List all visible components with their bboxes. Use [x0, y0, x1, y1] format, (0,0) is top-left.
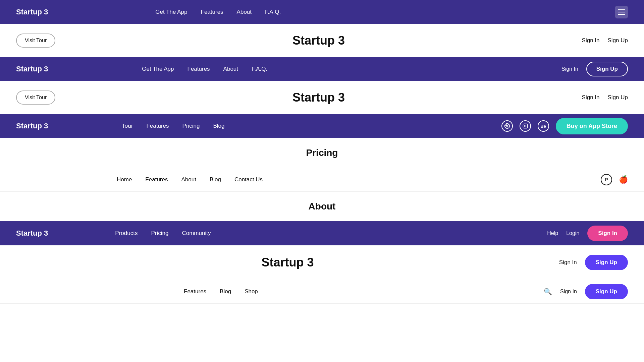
navbar-2-brand: Startup 3 [16, 65, 48, 73]
nav-5-item-0[interactable]: Products [115, 230, 138, 237]
nav-1-item-1[interactable]: Features [201, 9, 223, 15]
about-label: About [309, 201, 336, 212]
content-strip-2: Visit Tour Startup 3 Sign In Sign Up [0, 81, 644, 114]
nav-3-item-1[interactable]: Features [146, 123, 169, 129]
strip-2-actions: Sign In Sign Up [582, 94, 628, 101]
navbar-2-sign-up[interactable]: Sign Up [586, 62, 628, 76]
pricing-label: Pricing [306, 147, 338, 158]
navbar-3: Startup 3 Tour Features Pricing Blog Bē … [0, 114, 644, 138]
navbar-1-actions [615, 6, 628, 18]
navbar-2-actions: Sign In Sign Up [561, 62, 628, 76]
navbar-6: Features Blog Shop 🔍 Sign In Sign Up [0, 280, 644, 304]
nav-4-item-3[interactable]: Blog [210, 176, 221, 183]
strip-2-sign-in[interactable]: Sign In [582, 94, 600, 101]
navbar-2-sign-in[interactable]: Sign In [561, 66, 578, 72]
content-strip-4: About [0, 192, 644, 221]
navbar-6-nav: Features Blog Shop [184, 288, 258, 295]
strip-5-title: Startup 3 [261, 255, 314, 269]
nav-4-item-4[interactable]: Contact Us [234, 176, 263, 183]
nav-6-item-1[interactable]: Blog [220, 288, 231, 295]
svg-rect-1 [523, 124, 527, 128]
navbar-2-nav: Get The App Features About F.A.Q. [142, 66, 267, 72]
instagram-icon[interactable] [520, 120, 531, 132]
strip-1-sign-in[interactable]: Sign In [582, 37, 600, 44]
strip-2-title: Startup 3 [292, 90, 345, 105]
nav-1-item-3[interactable]: F.A.Q. [265, 9, 281, 15]
strip-1-actions: Sign In Sign Up [582, 37, 628, 44]
strip-1-title: Startup 3 [292, 34, 345, 48]
content-strip-5: Startup 3 Sign In Sign Up [0, 245, 644, 280]
visit-tour-btn-2[interactable]: Visit Tour [16, 90, 55, 105]
navbar-6-sign-in[interactable]: Sign In [560, 289, 577, 295]
search-icon[interactable]: 🔍 [544, 288, 552, 296]
navbar-1: Startup 3 Get The App Features About F.A… [0, 0, 644, 24]
navbar-5-nav: Products Pricing Community [115, 230, 211, 237]
strip-5-sign-up[interactable]: Sign Up [585, 255, 628, 270]
nav-2-item-0[interactable]: Get The App [142, 66, 174, 72]
buy-on-app-store-btn[interactable]: Buy on App Store [556, 118, 628, 134]
behance-icon[interactable]: Bē [538, 120, 549, 132]
navbar-5-sign-in[interactable]: Sign In [587, 226, 628, 241]
strip-5-sign-in[interactable]: Sign In [559, 259, 577, 266]
navbar-3-actions: Bē Buy on App Store [501, 118, 628, 134]
visit-tour-btn-1[interactable]: Visit Tour [16, 34, 55, 48]
nav-3-item-2[interactable]: Pricing [182, 123, 200, 129]
navbar-4-nav: Home Features About Blog Contact Us [117, 176, 263, 183]
producthunt-icon[interactable]: P [601, 174, 612, 185]
strip-5-actions: Sign In Sign Up [559, 255, 628, 270]
nav-6-item-0[interactable]: Features [184, 288, 206, 295]
nav-6-item-2[interactable]: Shop [245, 288, 258, 295]
nav-1-item-2[interactable]: About [237, 9, 252, 15]
nav-4-item-1[interactable]: Features [145, 176, 168, 183]
navbar-5-brand: Startup 3 [16, 229, 48, 238]
navbar-5: Startup 3 Products Pricing Community Hel… [0, 221, 644, 245]
navbar-5-actions: Help Login Sign In [547, 226, 628, 241]
nav-1-item-0[interactable]: Get The App [155, 9, 187, 15]
navbar-6-actions: 🔍 Sign In Sign Up [544, 284, 628, 299]
nav-5-item-1[interactable]: Pricing [151, 230, 168, 237]
nav-2-item-1[interactable]: Features [187, 66, 210, 72]
content-strip-3: Pricing [0, 138, 644, 168]
navbar-1-brand: Startup 3 [16, 8, 48, 16]
nav-4-item-0[interactable]: Home [117, 176, 132, 183]
navbar-2: Startup 3 Get The App Features About F.A… [0, 57, 644, 81]
nav-3-item-3[interactable]: Blog [213, 123, 225, 129]
navbar-3-brand: Startup 3 [16, 122, 48, 130]
apple-icon[interactable]: 🍎 [619, 175, 628, 184]
navbar-1-nav: Get The App Features About F.A.Q. [155, 9, 281, 15]
dribbble-icon[interactable] [501, 120, 513, 132]
navbar-3-nav: Tour Features Pricing Blog [122, 123, 224, 129]
navbar-5-help[interactable]: Help [547, 230, 558, 236]
nav-4-item-2[interactable]: About [181, 176, 196, 183]
navbar-5-login[interactable]: Login [566, 230, 579, 236]
navbar-4-actions: P 🍎 [601, 174, 628, 185]
strip-2-sign-up[interactable]: Sign Up [608, 94, 628, 101]
nav-2-item-2[interactable]: About [223, 66, 238, 72]
content-strip-1: Visit Tour Startup 3 Sign In Sign Up [0, 24, 644, 57]
nav-2-item-3[interactable]: F.A.Q. [252, 66, 267, 72]
strip-1-sign-up[interactable]: Sign Up [608, 37, 628, 44]
navbar-4: Home Features About Blog Contact Us P 🍎 [0, 168, 644, 192]
nav-5-item-2[interactable]: Community [182, 230, 211, 237]
navbar-6-sign-up[interactable]: Sign Up [585, 284, 628, 299]
nav-3-item-0[interactable]: Tour [122, 123, 133, 129]
navbar-1-toggle[interactable] [615, 6, 628, 18]
